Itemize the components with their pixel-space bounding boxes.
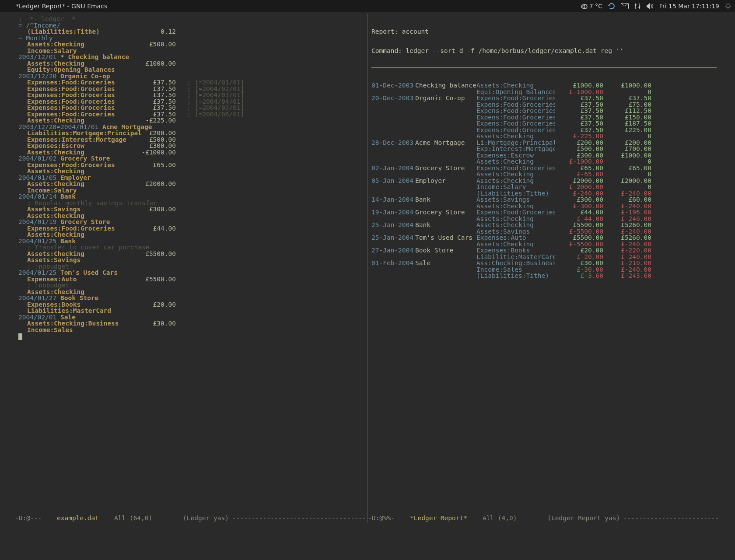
report-row: Expens:Food:Groceries£37.50£112.50 <box>371 108 717 114</box>
report-row: Assets:Savings£-5500.00£-240.00 <box>371 228 717 235</box>
volume-icon[interactable] <box>646 3 654 10</box>
emacs-frame: ; -*- ledger -*-= /^Income/(Liabilities:… <box>15 14 720 523</box>
gnome-panel: *Ledger Report* - GNU Emacs 7 °C Fri 15 … <box>0 0 735 12</box>
mail-icon[interactable] <box>621 3 629 9</box>
report-row: Exp:Interest:Mortgage£500.00£700.00 <box>371 146 717 152</box>
report-row: 25-Jan-2004BankAssets:Checking£5500.00£5… <box>371 222 717 228</box>
report-row: Assets:Checking£-65.000 <box>371 171 717 178</box>
report-row: 19-Jan-2004Grocery StoreExpens:Food:Groc… <box>371 209 717 216</box>
refresh-icon[interactable] <box>608 2 616 10</box>
report-row: 05-Jan-2004EmployerAssets:Checking£2000.… <box>371 178 717 184</box>
report-row: Assets:Checking£-1000.000 <box>371 158 717 165</box>
divider-line <box>371 67 717 68</box>
network-icon[interactable] <box>634 3 641 10</box>
report-command: Command: ledger --sort d -f /home/borbus… <box>371 48 717 54</box>
report-row: Income:Salary£-2000.000 <box>371 184 717 190</box>
window-title: *Ledger Report* - GNU Emacs <box>16 3 107 10</box>
settings-gear-icon[interactable] <box>724 3 732 10</box>
report-row: (Liabilities:Tithe)£-240.00£-240.00 <box>371 190 717 197</box>
modeline-right: -U:@%%- *Ledger Report* All (4,0) (Ledge… <box>368 514 720 523</box>
report-row: 01-Dec-2003Checking balanceAssets:Checki… <box>371 82 717 89</box>
text-cursor <box>18 333 22 340</box>
report-row: Liabilitie:MasterCard£-20.00£-240.00 <box>371 254 717 260</box>
weather-applet[interactable]: 7 °C <box>581 3 602 10</box>
report-row: 27-Jan-2004Book StoreExpenses:Books£20.0… <box>371 247 717 254</box>
modeline-left: -U:@--- example.dat All (64,0) (Ledger y… <box>15 514 367 523</box>
report-row: 20-Dec-2003Organic Co-opExpens:Food:Groc… <box>371 95 717 102</box>
report-row: 28-Dec-2003Acme MortgageLi:Mortgage:Prin… <box>371 140 717 146</box>
left-window[interactable]: ; -*- ledger -*-= /^Income/(Liabilities:… <box>15 14 367 523</box>
svg-point-3 <box>727 5 729 7</box>
clock[interactable]: Fri 15 Mar 17:11:19 <box>659 3 719 10</box>
report-row: Assets:Checking£-300.00£-240.00 <box>371 203 717 210</box>
report-row: Equi:Opening Balances£-1000.000 <box>371 89 717 95</box>
report-row: Income:Sales£-30.00£-240.00 <box>371 266 717 273</box>
report-title: Report: account <box>371 28 717 35</box>
report-row: Expens:Food:Groceries£37.50£187.50 <box>371 120 717 127</box>
temperature-label: 7 °C <box>589 3 602 10</box>
report-row: Assets:Checking£-5500.00£-240.00 <box>371 241 717 248</box>
report-row: Expens:Food:Groceries£37.50£150.00 <box>371 114 717 121</box>
report-row: 14-Jan-2004BankAssets:Savings£300.00£60.… <box>371 196 717 203</box>
report-row: 02-Jan-2004Grocery StoreExpens:Food:Groc… <box>371 165 717 172</box>
weather-icon <box>581 3 588 10</box>
report-row: Assets:Checking£-44.00£-240.00 <box>371 216 717 222</box>
report-row: Expens:Food:Groceries£37.50£75.00 <box>371 102 717 108</box>
report-row: 25-Jan-2004Tom's Used CarsExpenses:Auto£… <box>371 234 717 241</box>
right-window[interactable]: Report: account Command: ledger --sort d… <box>367 14 720 523</box>
report-row: Expenses:Escrow£300.00£1000.00 <box>371 152 717 159</box>
report-row: 01-Feb-2004SaleAss:Checking:Business£30.… <box>371 260 717 266</box>
report-row: (Liabilities:Tithe)£-3.60£-243.60 <box>371 273 717 279</box>
report-row: Assets:Checking£-225.000 <box>371 133 717 140</box>
report-row: Expens:Food:Groceries£37.50£225.00 <box>371 127 717 133</box>
